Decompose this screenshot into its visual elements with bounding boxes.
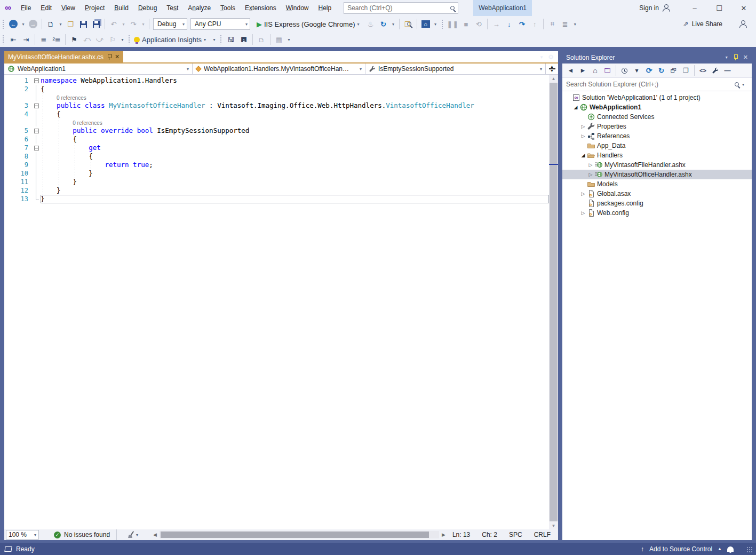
pause-button[interactable]: ❚❚ bbox=[447, 18, 459, 30]
comment-selection-button[interactable]: ≣ bbox=[38, 34, 50, 45]
solution-explorer-header[interactable]: Solution Explorer ▾ ✕ bbox=[562, 51, 752, 64]
search-options-dropdown[interactable]: ▾ bbox=[742, 82, 748, 87]
refresh-button[interactable]: ⟳ bbox=[643, 65, 655, 76]
save-all-button[interactable] bbox=[90, 18, 102, 30]
undo-button[interactable]: ↶ bbox=[108, 18, 120, 30]
code-line-7[interactable]: 7 get bbox=[4, 144, 549, 152]
switch-views-button[interactable]: 🗔 bbox=[602, 65, 613, 76]
show-next-statement-button[interactable]: → bbox=[490, 18, 502, 30]
navigate-backward-dropdown[interactable]: ▾ bbox=[20, 18, 26, 30]
open-file-button[interactable]: ❐ bbox=[65, 18, 76, 30]
expander-icon[interactable]: ▷ bbox=[579, 210, 587, 216]
expander-icon[interactable]: ◢ bbox=[579, 153, 587, 158]
type-dropdown[interactable]: WebApplication1.Handlers.MyVintasoftOffi… bbox=[193, 64, 365, 74]
codelens-row[interactable]: 0 references bbox=[4, 93, 549, 101]
toolbar-overflow-dropdown[interactable]: ▾ bbox=[572, 18, 578, 30]
codelens-references-link[interactable]: 0 references bbox=[73, 120, 102, 126]
toolbar-drag-grip[interactable] bbox=[2, 19, 5, 29]
restart-debugging-button[interactable]: ⟲ bbox=[473, 18, 484, 30]
toolbar-overflow-dropdown[interactable]: ▾ bbox=[286, 34, 292, 45]
line-ending-indicator[interactable]: CRLF bbox=[534, 531, 551, 538]
outlining-margin[interactable] bbox=[32, 126, 41, 135]
menu-build[interactable]: Build bbox=[109, 0, 133, 16]
toolbar-drag-grip[interactable] bbox=[220, 35, 222, 44]
find-in-files-button[interactable]: ❐ bbox=[402, 18, 414, 30]
code-line-11[interactable]: 11 } bbox=[4, 178, 549, 186]
application-insights-button[interactable]: Application Insights ▾ bbox=[133, 34, 210, 45]
tree-item-handlers[interactable]: ◢Handlers bbox=[562, 150, 752, 160]
properties-button[interactable] bbox=[710, 65, 721, 76]
outlining-margin[interactable] bbox=[32, 169, 41, 178]
collapse-region-icon[interactable] bbox=[34, 78, 39, 83]
shelve-changes-button[interactable]: 🗅 bbox=[256, 34, 267, 45]
breakpoint-margin[interactable] bbox=[4, 186, 16, 195]
expander-icon[interactable]: ◢ bbox=[572, 105, 579, 110]
horizontal-scrollbar-thumb[interactable] bbox=[161, 532, 429, 538]
view-code-button[interactable]: <> bbox=[697, 65, 709, 76]
menu-tools[interactable]: Tools bbox=[216, 0, 240, 16]
expander-icon[interactable]: ▷ bbox=[579, 191, 587, 196]
step-out-button[interactable]: ↑ bbox=[529, 18, 540, 30]
expander-icon[interactable]: ▷ bbox=[587, 172, 594, 177]
breakpoint-margin[interactable] bbox=[4, 85, 16, 93]
scroll-up-icon[interactable]: ▲ bbox=[549, 75, 558, 82]
history-button[interactable]: ▦ bbox=[273, 34, 285, 45]
outlining-margin[interactable] bbox=[32, 101, 41, 110]
code-text[interactable]: } bbox=[41, 178, 549, 186]
resize-grip[interactable] bbox=[746, 546, 753, 553]
code-line-10[interactable]: 10 } bbox=[4, 169, 549, 178]
vertical-scrollbar-thumb[interactable] bbox=[550, 83, 558, 521]
pending-changes-filter-button[interactable] bbox=[619, 65, 630, 76]
code-text[interactable]: public class MyVintasoftOfficeHandler : … bbox=[41, 101, 549, 110]
save-button[interactable] bbox=[77, 18, 89, 30]
tree-item-properties[interactable]: ▷Properties bbox=[562, 122, 752, 131]
browse-with-dropdown[interactable]: ▾ bbox=[433, 18, 439, 30]
browse-with-button[interactable]: ⌂ bbox=[420, 18, 432, 30]
menu-help[interactable]: Help bbox=[313, 0, 336, 16]
code-line-6[interactable]: 6 { bbox=[4, 135, 549, 144]
code-text[interactable]: get bbox=[41, 144, 549, 152]
uncomment-selection-button[interactable]: ²≣ bbox=[51, 34, 62, 45]
add-to-source-control-button[interactable]: Add to Source Control bbox=[649, 545, 712, 553]
toolbar-drag-grip[interactable] bbox=[2, 35, 5, 44]
outlining-margin[interactable] bbox=[32, 93, 41, 101]
outlining-margin[interactable] bbox=[32, 186, 41, 195]
menu-test[interactable]: Test bbox=[162, 0, 183, 16]
editor-vertical-scrollbar[interactable]: ▲ ▼ bbox=[549, 75, 558, 529]
step-over-button[interactable]: ↷ bbox=[516, 18, 528, 30]
zoom-level-combo[interactable]: 100 % ▾ bbox=[6, 530, 39, 540]
navigate-backward-button[interactable]: ← bbox=[7, 18, 19, 30]
outlining-margin[interactable] bbox=[32, 152, 41, 161]
line-indicator[interactable]: Ln: 13 bbox=[452, 531, 470, 538]
live-share-button[interactable]: ⇗ Live Share bbox=[683, 20, 722, 28]
new-file-button[interactable]: 🗋 bbox=[45, 18, 57, 30]
code-line-5[interactable]: 5 public override bool IsEmptySessionSup… bbox=[4, 126, 549, 135]
codelens-text[interactable]: 0 references bbox=[41, 118, 549, 126]
show-all-files-button[interactable]: ❐ bbox=[680, 65, 691, 76]
close-tab-icon[interactable]: ✕ bbox=[115, 53, 120, 60]
sign-in-button[interactable]: Sign in bbox=[639, 4, 670, 12]
code-line-4[interactable]: 4 { bbox=[4, 110, 549, 118]
indent-decrease-button[interactable]: ⇤ bbox=[7, 34, 19, 45]
close-panel-icon[interactable]: ✕ bbox=[743, 54, 748, 61]
code-text[interactable]: } bbox=[41, 195, 549, 203]
toggle-bookmark-button[interactable]: ⚑ bbox=[68, 34, 80, 45]
menu-edit[interactable]: Edit bbox=[36, 0, 57, 16]
menu-debug[interactable]: Debug bbox=[133, 0, 162, 16]
hot-reload-dropdown[interactable]: ▾ bbox=[391, 18, 396, 30]
outlining-margin[interactable] bbox=[32, 195, 41, 203]
outlining-margin[interactable] bbox=[32, 110, 41, 118]
breakpoint-margin[interactable] bbox=[4, 126, 16, 135]
code-line-13[interactable]: 13} bbox=[4, 195, 549, 203]
code-line-8[interactable]: 8 { bbox=[4, 152, 549, 161]
breakpoint-margin[interactable] bbox=[4, 169, 16, 178]
previous-bookmark-button[interactable]: ⤺ bbox=[81, 34, 93, 45]
tree-item-web-config[interactable]: ▷Web.config bbox=[562, 208, 752, 218]
codelens-references-link[interactable]: 0 references bbox=[57, 95, 86, 101]
breakpoint-margin[interactable] bbox=[4, 161, 16, 169]
outlining-margin[interactable] bbox=[32, 135, 41, 144]
spaces-indicator[interactable]: SPC bbox=[509, 531, 522, 538]
tree-item-packages-config[interactable]: packages.config bbox=[562, 199, 752, 208]
back-button[interactable]: ◄ bbox=[565, 65, 576, 76]
code-text[interactable]: { bbox=[41, 135, 549, 144]
